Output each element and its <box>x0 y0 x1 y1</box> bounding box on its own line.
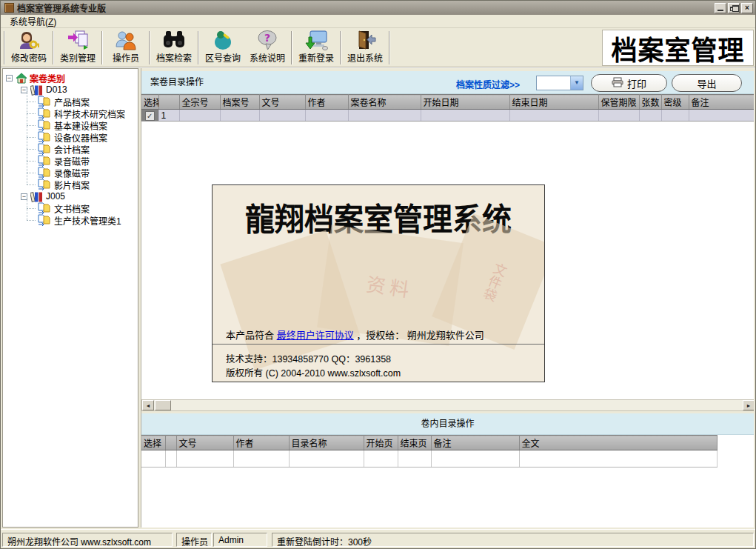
horizontal-scrollbar[interactable]: ◄ ► <box>141 399 754 411</box>
close-button[interactable]: × <box>741 3 753 13</box>
pages-icon <box>37 214 52 226</box>
tree-root-label[interactable]: 案卷类别 <box>30 72 65 84</box>
pages-icon <box>37 155 52 167</box>
pages-icon <box>37 119 52 131</box>
row-select-cell[interactable]: ✓ <box>141 110 158 122</box>
tree-leaf-row[interactable]: 影片档案 <box>3 179 138 190</box>
relogin-monitor-icon <box>304 30 328 50</box>
tree-leaf-label[interactable]: 文书档案 <box>54 202 90 215</box>
change-password-button[interactable]: 修改密码 <box>7 30 51 66</box>
pages-icon <box>37 131 52 143</box>
pages-icon <box>37 167 52 179</box>
print-button-label: 打印 <box>627 76 646 90</box>
menu-item-system-nav[interactable]: 系统导航(Z) <box>5 14 61 28</box>
restore-icon <box>730 4 737 12</box>
column-header: 目录名称 <box>289 436 364 450</box>
relogin-button[interactable]: 重新登录 <box>294 30 338 66</box>
table-row <box>141 450 717 468</box>
app-window: 档案室管理系统专业版 × 系统导航(Z) 修改密码 类别管理 <box>0 0 756 549</box>
tree-leaf-row[interactable]: 录音磁带 <box>3 155 138 167</box>
printer-icon <box>612 77 623 90</box>
cell <box>398 450 431 468</box>
category-manage-button[interactable]: 类别管理 <box>56 30 100 66</box>
column-header: 作者 <box>233 436 289 450</box>
tree-group-label[interactable]: J005 <box>46 191 65 202</box>
tree-leaf-label[interactable]: 产品档案 <box>54 96 90 108</box>
tree-leaf-row[interactable]: 生产技术管理类1 <box>3 214 138 226</box>
menu-bar: 系统导航(Z) <box>1 15 755 28</box>
eula-link[interactable]: 最终用户许可协议 <box>277 330 354 341</box>
column-header: 选择 <box>141 95 158 110</box>
column-header: 案卷名称 <box>348 95 421 110</box>
tree-leaf-row[interactable]: 文书档案 <box>3 202 138 214</box>
checkbox-checked-icon[interactable]: ✓ <box>145 111 155 121</box>
inner-panel-bar: 卷内目录操作 <box>141 413 754 435</box>
toolbar-separator <box>149 31 150 64</box>
tree-leaf-row[interactable]: 产品档案 <box>3 96 138 107</box>
toolbar-button-label: 重新登录 <box>298 51 334 64</box>
restore-button[interactable] <box>728 3 740 13</box>
column-header: 开始日期 <box>421 95 509 110</box>
tree-root-row[interactable]: − 案卷类别 <box>3 72 138 84</box>
status-operator-value: Admin <box>213 533 267 547</box>
tree-leaf-label[interactable]: 科学技术研究档案 <box>54 107 125 120</box>
catalog-panel-bar: 案卷目录操作 档案性质过滤>> ▼ 打印 导出 <box>141 71 754 94</box>
column-header: 作者 <box>305 95 348 110</box>
operators-button[interactable]: 操作员 <box>104 30 147 66</box>
cell <box>639 110 661 122</box>
column-header: 档案号 <box>220 95 259 110</box>
tree-leaf-label[interactable]: 录音磁带 <box>54 155 90 167</box>
scrollbar-thumb[interactable] <box>155 400 171 410</box>
print-button[interactable]: 打印 <box>591 74 667 92</box>
inner-panel-title: 卷内目录操作 <box>141 413 754 435</box>
tree-leaf-row[interactable]: 基本建设档案 <box>3 119 138 131</box>
archive-filter-label[interactable]: 档案性质过滤>> <box>456 78 520 90</box>
area-code-query-button[interactable]: 区号查询 <box>201 30 245 66</box>
scroll-left-icon[interactable]: ◄ <box>142 400 154 410</box>
column-header: 全宗号 <box>179 95 220 110</box>
pages-icon <box>37 143 52 155</box>
tree-leaf-label[interactable]: 设备仪器档案 <box>54 131 107 144</box>
minimize-button[interactable] <box>715 3 726 13</box>
column-header <box>158 95 179 110</box>
cell <box>509 110 598 122</box>
column-header: 保管期限 <box>598 95 639 110</box>
help-bubble-icon: ? <box>256 30 278 50</box>
toolbar: 修改密码 类别管理 操作员 档案检索 区号查询 <box>1 29 755 67</box>
archive-filter-combobox[interactable]: ▼ <box>536 76 583 90</box>
export-button[interactable]: 导出 <box>672 74 742 92</box>
toolbar-button-label: 类别管理 <box>60 51 96 64</box>
tree-leaf-label[interactable]: 基本建设档案 <box>54 119 107 132</box>
chevron-down-icon[interactable]: ▼ <box>570 76 583 90</box>
column-header: 备注 <box>431 436 519 450</box>
pages-icon <box>37 96 52 107</box>
scroll-right-icon[interactable]: ► <box>743 400 754 410</box>
toolbar-separator <box>4 31 5 64</box>
tree-group-row[interactable]: − J005 <box>3 190 138 202</box>
scrollbar-track[interactable] <box>171 400 743 410</box>
pages-icon <box>37 202 52 214</box>
tree-leaf-label[interactable]: 影片档案 <box>54 179 90 191</box>
tree-leaf-label[interactable]: 生产技术管理类1 <box>54 214 121 227</box>
system-help-button[interactable]: ? 系统说明 <box>245 30 290 66</box>
catalog-header-row: 选择 全宗号 档案号 文号 作者 案卷名称 开始日期 结束日期 保管期限 张数 … <box>141 95 754 110</box>
column-header: 开始页 <box>364 436 398 450</box>
tree-group-label[interactable]: D013 <box>46 84 67 95</box>
column-header: 结束页 <box>398 436 431 450</box>
column-header <box>165 436 176 450</box>
tree-leaf-label[interactable]: 会计档案 <box>54 143 90 156</box>
tree-leaf-label[interactable]: 录像磁带 <box>54 167 90 179</box>
table-row[interactable]: ✓ 1 <box>141 110 754 122</box>
tree-group-row[interactable]: − D013 <box>3 84 138 96</box>
inner-table: 选择 文号 作者 目录名称 开始页 结束页 备注 全文 <box>141 435 717 468</box>
archive-search-button[interactable]: 档案检索 <box>152 30 196 66</box>
tree-leaf-row[interactable]: 科学技术研究档案 <box>3 107 138 119</box>
status-bar: 朔州龙翔软件公司 www.szlxsoft.com 操作员 Admin 重新登陆… <box>1 529 755 548</box>
tree-leaf-row[interactable]: 录像磁带 <box>3 167 138 179</box>
tree-leaf-row[interactable]: 会计档案 <box>3 143 138 155</box>
divider <box>213 344 544 345</box>
tree-leaf-row[interactable]: 设备仪器档案 <box>3 131 138 143</box>
tree-expander-icon[interactable]: − <box>6 75 13 81</box>
exit-system-button[interactable]: 退出系统 <box>343 30 387 66</box>
cell <box>220 110 259 122</box>
